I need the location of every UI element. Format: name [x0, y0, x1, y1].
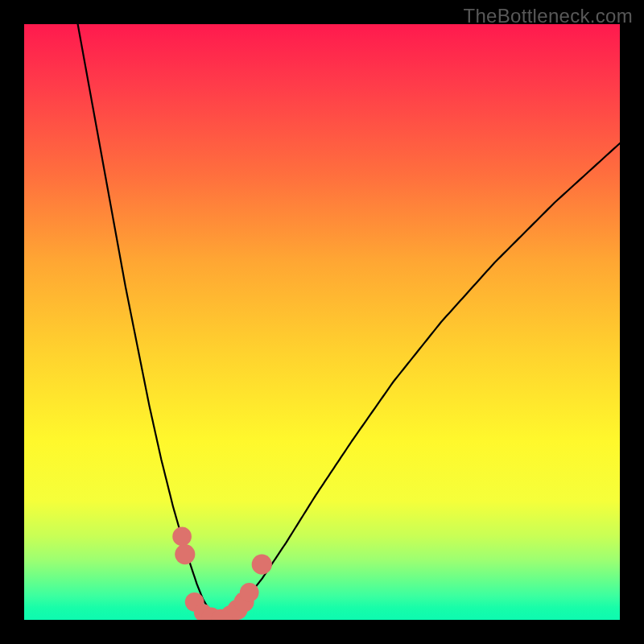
threshold-dot — [172, 527, 192, 547]
threshold-dot — [240, 583, 259, 602]
curve-right — [221, 143, 620, 619]
threshold-dot — [252, 555, 272, 575]
outer-frame: TheBottleneck.com — [0, 0, 644, 644]
chart-svg — [24, 24, 620, 620]
threshold-dot — [175, 544, 195, 564]
chart-markers — [172, 527, 272, 620]
curve-left — [78, 24, 221, 619]
chart-curves — [78, 24, 620, 619]
